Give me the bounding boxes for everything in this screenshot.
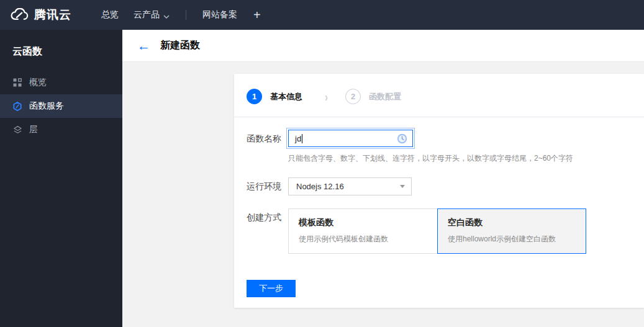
nav-item-cloud-products[interactable]: 云产品 bbox=[126, 0, 177, 30]
sidebar-item-label: 层 bbox=[29, 124, 38, 135]
nav-item-label: 总览 bbox=[101, 9, 119, 20]
sidebar-title: 云函数 bbox=[0, 30, 122, 58]
brand-name: 腾讯云 bbox=[34, 7, 71, 23]
chevron-down-icon bbox=[163, 11, 170, 20]
creation-method-label: 创建方式 bbox=[247, 208, 288, 226]
tencent-cloud-brand[interactable]: 腾讯云 bbox=[10, 7, 71, 23]
function-name-help: 只能包含字母、数字、下划线、连字符，以字母开头，以数字或字母结尾，2~60个字符 bbox=[288, 153, 573, 164]
add-tab-button[interactable]: + bbox=[245, 8, 270, 22]
step-2-circle: 2 bbox=[345, 89, 361, 104]
sidebar-item-overview[interactable]: 概览 bbox=[0, 71, 122, 94]
page-header: ← 新建函数 bbox=[122, 30, 644, 62]
create-function-form: 函数名称 jd bbox=[234, 117, 644, 297]
sidebar-item-layers[interactable]: 层 bbox=[0, 118, 122, 141]
runtime-selected-value: Nodejs 12.16 bbox=[296, 182, 344, 191]
sidebar-item-function-service[interactable]: 函数服务 bbox=[0, 94, 122, 118]
method-card-template-function[interactable]: 模板函数 使用示例代码模板创建函数 bbox=[288, 208, 437, 254]
function-name-row: 函数名称 jd bbox=[247, 130, 632, 164]
runtime-select[interactable]: Nodejs 12.16 bbox=[288, 177, 412, 195]
grid-icon bbox=[12, 78, 22, 87]
sidebar-item-label: 概览 bbox=[29, 77, 47, 88]
content-area: 1 基本信息 › 2 函数配置 函数名称 jd bbox=[122, 62, 644, 327]
step-2-label: 函数配置 bbox=[369, 91, 401, 102]
method-card-title: 空白函数 bbox=[448, 217, 576, 228]
step-chevron-icon: › bbox=[325, 89, 328, 103]
nav-item-overview[interactable]: 总览 bbox=[94, 0, 126, 30]
create-function-card: 1 基本信息 › 2 函数配置 函数名称 jd bbox=[234, 74, 644, 308]
page-title: 新建函数 bbox=[160, 39, 200, 52]
method-card-title: 模板函数 bbox=[299, 217, 427, 228]
creation-method-row: 创建方式 模板函数 使用示例代码模板创建函数 空白函数 使用helloworld… bbox=[247, 208, 632, 254]
clock-pending-icon bbox=[397, 133, 407, 144]
layers-icon bbox=[12, 125, 22, 135]
top-menu: 总览 云产品 网站备案 + bbox=[94, 0, 270, 30]
scf-hexagon-icon bbox=[12, 101, 22, 111]
nav-item-icp-filing[interactable]: 网站备案 bbox=[195, 0, 245, 30]
function-name-label: 函数名称 bbox=[247, 130, 288, 147]
nav-divider bbox=[186, 10, 186, 20]
sidebar: 云函数 概览 函数服务 bbox=[0, 30, 122, 327]
top-navigation-bar: 腾讯云 总览 云产品 网站备案 + bbox=[0, 0, 644, 30]
method-card-blank-function[interactable]: 空白函数 使用helloworld示例创建空白函数 bbox=[437, 208, 586, 254]
step-1-label: 基本信息 bbox=[270, 91, 302, 102]
nav-item-label: 网站备案 bbox=[202, 9, 237, 20]
method-card-desc: 使用示例代码模板创建函数 bbox=[299, 234, 427, 244]
tencent-cloud-logo-icon bbox=[10, 8, 29, 22]
next-step-button[interactable]: 下一步 bbox=[247, 280, 296, 297]
step-1-circle: 1 bbox=[247, 89, 262, 104]
function-name-value: jd bbox=[295, 134, 301, 143]
nav-item-label: 云产品 bbox=[134, 9, 160, 20]
method-card-desc: 使用helloworld示例创建空白函数 bbox=[448, 234, 576, 244]
text-cursor bbox=[302, 134, 302, 143]
runtime-row: 运行环境 Nodejs 12.16 bbox=[247, 177, 632, 195]
wizard-steps: 1 基本信息 › 2 函数配置 bbox=[234, 74, 644, 117]
creation-method-options: 模板函数 使用示例代码模板创建函数 空白函数 使用helloworld示例创建空… bbox=[288, 208, 586, 254]
sidebar-item-label: 函数服务 bbox=[29, 101, 64, 112]
runtime-label: 运行环境 bbox=[247, 177, 288, 195]
back-arrow-button[interactable]: ← bbox=[137, 39, 150, 52]
select-caret-icon bbox=[400, 185, 405, 188]
function-name-input[interactable]: jd bbox=[288, 130, 413, 147]
